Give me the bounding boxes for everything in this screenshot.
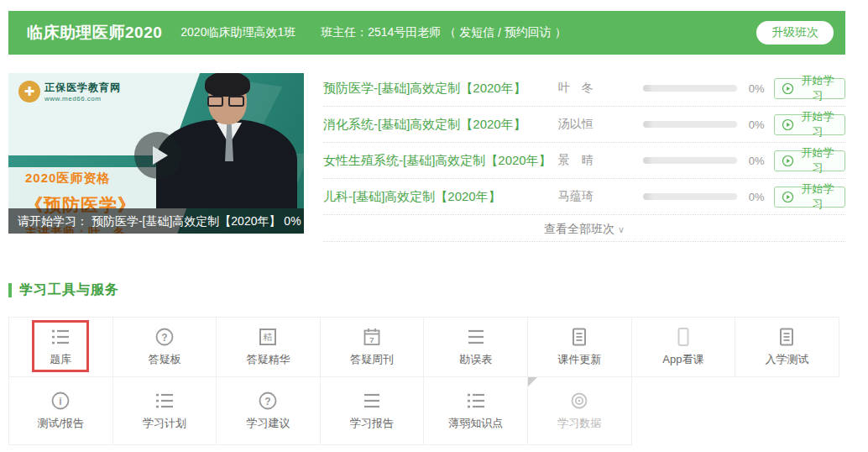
essence-badge-icon: 精 bbox=[258, 327, 278, 347]
view-all-classes-link[interactable]: 查看全部班次∨ bbox=[323, 215, 845, 242]
start-study-button[interactable]: 开始学习 bbox=[774, 187, 845, 208]
upgrade-class-button[interactable]: 升级班次 bbox=[756, 21, 834, 45]
glasses-icon bbox=[207, 96, 223, 107]
phone-icon bbox=[673, 327, 693, 347]
course-teacher: 景 晴 bbox=[558, 153, 622, 168]
tool-cell-study-report[interactable]: 学习报告 bbox=[320, 376, 425, 445]
course-row: 消化系统-[基础]高效定制【2020年】 汤以恒 0% 开始学习 bbox=[323, 107, 845, 143]
play-circle-icon bbox=[782, 155, 794, 167]
play-circle-icon bbox=[782, 191, 794, 203]
brand-cross-icon: ✚ bbox=[18, 81, 40, 102]
course-list: 预防医学-[基础]高效定制【2020年】 叶 冬 0% 开始学习 消化系统-[基… bbox=[323, 71, 845, 242]
svg-text:?: ? bbox=[161, 332, 167, 344]
course-teacher: 叶 冬 bbox=[558, 81, 622, 96]
progress-percent: 0% bbox=[749, 155, 774, 167]
tool-cell-weak-points[interactable]: 薄弱知识点 bbox=[423, 376, 528, 445]
start-study-button[interactable]: 开始学习 bbox=[774, 78, 845, 99]
tool-cell-errata[interactable]: 勘误表 bbox=[423, 317, 528, 377]
tool-cell-test-report[interactable]: i 测试/报告 bbox=[8, 376, 113, 445]
list-icon bbox=[154, 391, 175, 411]
svg-text:精: 精 bbox=[263, 332, 273, 342]
close-paren: ） bbox=[552, 25, 567, 40]
section-title: 学习工具与服务 bbox=[19, 281, 119, 299]
tool-cell-qa-weekly[interactable]: 7 答疑周刊 bbox=[320, 317, 425, 377]
svg-text:7: 7 bbox=[369, 335, 374, 344]
book-callback-link[interactable]: 预约回访 bbox=[505, 25, 552, 40]
course-teacher: 汤以恒 bbox=[558, 117, 622, 132]
section-accent-bar bbox=[8, 283, 12, 297]
tool-cell-question-bank[interactable]: 题库 bbox=[8, 317, 113, 377]
calendar-icon: 7 bbox=[362, 327, 382, 347]
manager-label: 班主任：2514号田老师 （ bbox=[321, 25, 459, 40]
chevron-down-icon: ∨ bbox=[618, 224, 625, 234]
brand-logo: ✚ 正保医学教育网 www.med66.com bbox=[18, 81, 121, 102]
tool-cell-courseware-update[interactable]: 课件更新 bbox=[527, 317, 632, 377]
class-name: 2020临床助理高效1班 bbox=[180, 25, 295, 40]
tools-section-header: 学习工具与服务 bbox=[8, 281, 119, 299]
course-title-link[interactable]: 消化系统-[基础]高效定制【2020年】 bbox=[323, 117, 558, 133]
lines-icon bbox=[466, 327, 486, 347]
course-row: 女性生殖系统-[基础]高效定制【2020年】 景 晴 0% 开始学习 bbox=[323, 143, 845, 179]
video-progress-caption: 请开始学习： 预防医学-[基础]高效定制【2020年】 0% bbox=[8, 208, 304, 234]
link-divider: / bbox=[494, 26, 505, 39]
progress-percent: 0% bbox=[749, 82, 774, 95]
brand-url: www.med66.com bbox=[44, 95, 121, 102]
progress-percent: 0% bbox=[749, 118, 774, 131]
tool-cell-study-data[interactable]: 学习数据 bbox=[527, 376, 632, 445]
course-row: 预防医学-[基础]高效定制【2020年】 叶 冬 0% 开始学习 bbox=[323, 71, 845, 107]
class-header: 临床助理医师2020 2020临床助理高效1班 班主任：2514号田老师 （ 发… bbox=[8, 11, 845, 55]
document-icon bbox=[776, 327, 797, 347]
progress-bar bbox=[643, 193, 736, 200]
question-circle-icon: ? bbox=[258, 391, 278, 411]
progress-bar bbox=[643, 157, 736, 164]
svg-text:i: i bbox=[60, 396, 62, 407]
play-circle-icon bbox=[782, 82, 794, 95]
start-study-button[interactable]: 开始学习 bbox=[774, 114, 845, 135]
list-icon bbox=[466, 391, 486, 411]
tool-cell-qa-board[interactable]: ? 答疑板 bbox=[112, 317, 217, 377]
start-study-button[interactable]: 开始学习 bbox=[774, 150, 845, 171]
progress-percent: 0% bbox=[749, 191, 774, 203]
corner-fold-icon bbox=[528, 377, 537, 386]
page-title: 临床助理医师2020 bbox=[27, 22, 162, 44]
course-row: 儿科-[基础]高效定制【2020年】 马蕴琦 0% 开始学习 bbox=[323, 179, 845, 215]
tool-cell-app-study[interactable]: App看课 bbox=[631, 317, 736, 377]
video-title-line1: 2020医师资格 bbox=[25, 171, 136, 187]
tools-row-2: i 测试/报告 学习计划 ? 学习建议 学习报告 薄弱知识点 学习数据 bbox=[8, 377, 846, 445]
document-icon bbox=[569, 327, 589, 347]
progress-bar bbox=[643, 85, 736, 92]
send-sms-link[interactable]: 发短信 bbox=[459, 25, 494, 40]
question-circle-icon: ? bbox=[154, 327, 175, 347]
progress-bar bbox=[643, 121, 736, 128]
brand-name: 正保医学教育网 bbox=[44, 81, 121, 95]
tools-grid: 题库 ? 答疑板 精 答疑精华 7 答疑周刊 勘误表 课件更新 App看课 bbox=[8, 317, 846, 445]
svg-text:?: ? bbox=[265, 396, 271, 407]
list-icon bbox=[50, 327, 71, 347]
tools-row-1: 题库 ? 答疑板 精 答疑精华 7 答疑周刊 勘误表 课件更新 App看课 bbox=[8, 317, 846, 377]
tool-cell-qa-highlights[interactable]: 精 答疑精华 bbox=[216, 317, 321, 377]
tool-cell-entrance-test[interactable]: 入学测试 bbox=[735, 317, 839, 377]
target-icon bbox=[569, 391, 589, 411]
course-video-thumbnail[interactable]: ✚ 正保医学教育网 www.med66.com 2020医师资格 《预防医学》 … bbox=[8, 73, 304, 234]
lines-icon bbox=[362, 391, 382, 411]
course-title-link[interactable]: 预防医学-[基础]高效定制【2020年】 bbox=[323, 81, 558, 97]
course-title-link[interactable]: 女性生殖系统-[基础]高效定制【2020年】 bbox=[323, 153, 558, 169]
play-triangle-icon bbox=[153, 146, 168, 165]
play-button[interactable] bbox=[134, 132, 181, 179]
info-circle-icon: i bbox=[50, 391, 71, 411]
course-teacher: 马蕴琦 bbox=[558, 189, 622, 204]
class-manager-info: 班主任：2514号田老师 （ 发短信 / 预约回访 ） bbox=[321, 25, 567, 40]
tool-cell-study-plan[interactable]: 学习计划 bbox=[112, 376, 217, 445]
course-title-link[interactable]: 儿科-[基础]高效定制【2020年】 bbox=[323, 189, 558, 205]
tool-cell-study-advice[interactable]: ? 学习建议 bbox=[216, 376, 321, 445]
glasses-icon bbox=[228, 96, 244, 107]
play-circle-icon bbox=[782, 118, 794, 131]
